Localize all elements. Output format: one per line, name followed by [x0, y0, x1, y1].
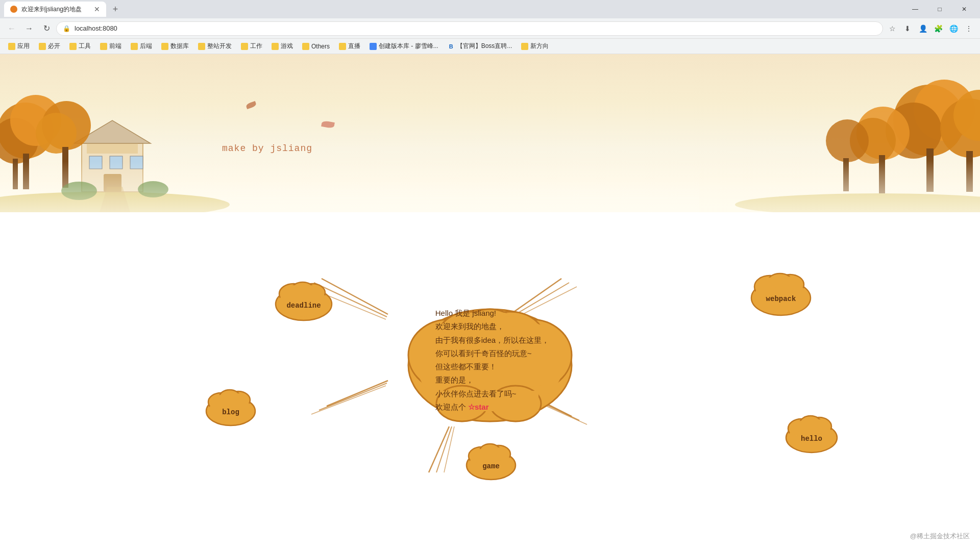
bookmark-label: 工作 [250, 42, 262, 51]
folder-icon [161, 43, 168, 50]
address-bar[interactable]: 🔒 localhost:8080 [56, 21, 883, 36]
hero-banner: make by jsliang [0, 54, 980, 212]
back-button[interactable]: ← [4, 21, 19, 36]
reload-button[interactable]: ↻ [39, 21, 54, 36]
bookmark-label: 应用 [17, 42, 30, 51]
settings-icon[interactable]: ⋮ [962, 21, 976, 36]
text-line-1: Hello 我是 jsliang! [435, 307, 549, 320]
game-bubble[interactable]: game [462, 440, 521, 485]
deadline-bubble[interactable]: deadline [271, 279, 337, 327]
bookmark-tools[interactable]: 工具 [65, 40, 95, 52]
svg-text:hello: hello [801, 435, 822, 443]
leaf-decoration-2 [321, 120, 335, 129]
profile-icon[interactable]: 👤 [916, 21, 930, 36]
text-line-2: 欢迎来到我的地盘， [435, 320, 549, 333]
folder-icon [521, 43, 528, 50]
bookmark-bikey[interactable]: 必开 [35, 40, 64, 52]
maximize-button[interactable]: □ [928, 0, 951, 18]
leaf-decoration-1 [246, 101, 257, 109]
text-line-5: 但这些都不重要！ [435, 360, 549, 373]
bookmark-label: 新方向 [530, 42, 549, 51]
text-line-6: 重要的是， [435, 373, 549, 387]
svg-point-80 [770, 275, 790, 288]
svg-line-38 [327, 381, 388, 406]
bookmark-label: 整站开发 [207, 42, 232, 51]
bookmark-label: 必开 [48, 42, 60, 51]
svg-point-14 [36, 113, 77, 154]
blog-bubble[interactable]: blog [202, 386, 260, 431]
extension-icon[interactable]: 🧩 [931, 21, 945, 36]
webpack-bubble[interactable]: webpack [745, 268, 817, 321]
bookmark-label: 后端 [140, 42, 152, 51]
svg-line-39 [319, 383, 387, 410]
bookmarks-bar: 应用 必开 工具 前端 后端 数据库 整站开发 工作 [0, 39, 980, 54]
bookmark-liaoxuefeng[interactable]: 创建版本库 - 廖雪峰... [365, 40, 443, 52]
svg-rect-12 [13, 159, 18, 189]
tab-title: 欢迎来到jsliang的地盘 [21, 5, 82, 14]
browser-window: 欢迎来到jsliang的地盘 ✕ + — □ ✕ ← → ↻ 🔒 localho… [0, 0, 980, 508]
window-controls: — □ ✕ [903, 0, 976, 18]
bookmark-apps[interactable]: 应用 [4, 40, 34, 52]
hero-subtitle: make by jsliang [222, 143, 312, 154]
minimize-button[interactable]: — [903, 0, 927, 18]
url-text: localhost:8080 [75, 24, 876, 32]
bookmark-others[interactable]: Others [298, 41, 334, 52]
downloads-icon[interactable]: ⬇ [900, 21, 915, 36]
close-button[interactable]: ✕ [952, 0, 976, 18]
folder-icon [131, 43, 138, 50]
svg-point-107 [482, 445, 498, 457]
translate-icon[interactable]: 🌐 [946, 21, 961, 36]
bookmark-db[interactable]: 数据库 [157, 40, 193, 52]
bookmark-label: 前端 [109, 42, 121, 51]
bookmark-work[interactable]: 工作 [237, 40, 266, 52]
new-tab-button[interactable]: + [108, 2, 122, 16]
svg-rect-11 [23, 154, 29, 189]
bookmark-boss[interactable]: B 【官网】Boss直聘... [444, 40, 517, 52]
nav-bar: ← → ↻ 🔒 localhost:8080 ☆ ⬇ 👤 🧩 🌐 ⋮ [0, 18, 980, 39]
svg-rect-15 [62, 147, 68, 188]
folder-icon [39, 43, 46, 50]
svg-point-16 [61, 182, 97, 200]
bookmark-label: 【官网】Boss直聘... [457, 42, 512, 51]
folder-icon [241, 43, 248, 50]
folder-icon [198, 43, 205, 50]
left-autumn-trees [0, 54, 230, 212]
nav-actions: ☆ ⬇ 👤 🧩 🌐 ⋮ [885, 21, 976, 36]
svg-text:deadline: deadline [286, 302, 321, 310]
bookmark-backend[interactable]: 后端 [127, 40, 156, 52]
tab-close-button[interactable]: ✕ [94, 5, 100, 13]
bookmark-label: 创建版本库 - 廖雪峰... [379, 42, 438, 51]
lock-icon: 🔒 [63, 25, 70, 32]
bookmark-label: 直播 [348, 42, 360, 51]
bookmark-newdir[interactable]: 新方向 [517, 40, 553, 52]
text-line-4: 你可以看到千奇百怪的玩意~ [435, 347, 549, 360]
svg-point-17 [138, 181, 168, 197]
svg-text:blog: blog [222, 408, 239, 416]
hello-bubble[interactable]: hello [781, 411, 842, 458]
right-autumn-trees [699, 54, 980, 212]
forward-button[interactable]: → [21, 21, 37, 36]
bookmark-label: 游戏 [281, 42, 293, 51]
folder-icon [272, 43, 279, 50]
folder-icon [339, 43, 346, 50]
svg-rect-6 [130, 156, 143, 169]
tab-bar: 欢迎来到jsliang的地盘 ✕ + — □ ✕ [0, 0, 980, 18]
svg-text:game: game [482, 462, 500, 470]
svg-text:webpack: webpack [766, 295, 796, 303]
bookmark-fullstack[interactable]: 整站开发 [194, 40, 236, 52]
folder-icon [100, 43, 107, 50]
svg-point-89 [222, 391, 238, 403]
mindmap-section: Hello 我是 jsliang! 欢迎来到我的地盘， 由于我有很多idea，所… [0, 212, 980, 508]
text-line-8: 欢迎点个 ☆star [435, 400, 549, 414]
active-tab[interactable]: 欢迎来到jsliang的地盘 ✕ [4, 2, 106, 17]
svg-point-98 [802, 417, 819, 430]
main-cloud-container: Hello 我是 jsliang! 欢迎来到我的地盘， 由于我有很多idea，所… [383, 284, 597, 437]
svg-point-28 [826, 119, 869, 162]
main-cloud-text: Hello 我是 jsliang! 欢迎来到我的地盘， 由于我有很多idea，所… [435, 307, 549, 414]
bookmark-game[interactable]: 游戏 [267, 40, 297, 52]
bookmark-star-icon[interactable]: ☆ [885, 21, 899, 36]
bookmark-frontend[interactable]: 前端 [96, 40, 126, 52]
link-icon [370, 43, 377, 50]
svg-line-40 [311, 386, 386, 414]
bookmark-live[interactable]: 直播 [335, 40, 364, 52]
